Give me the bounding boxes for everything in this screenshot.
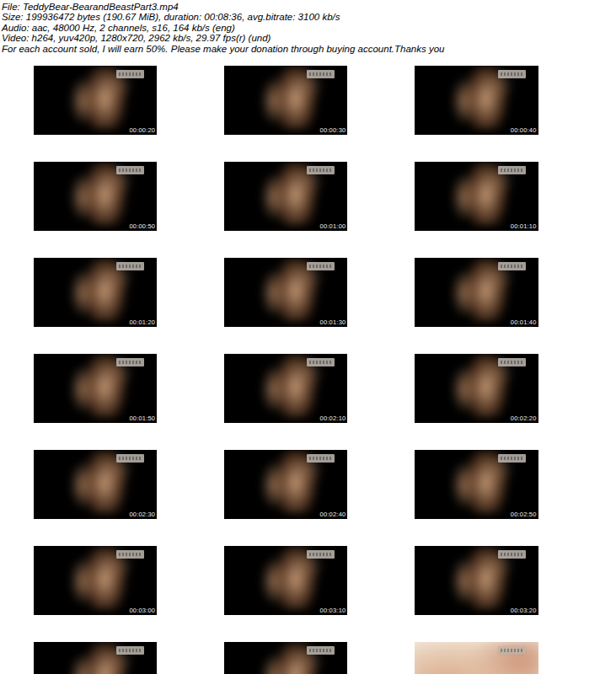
watermark-badge: [498, 550, 526, 559]
video-thumbnail: 00:01:10: [415, 162, 538, 231]
timestamp-overlay: 00:01:30: [320, 319, 346, 326]
watermark-badge: [498, 358, 526, 366]
watermark-badge: [116, 646, 144, 655]
watermark-badge: [307, 166, 335, 174]
timestamp-overlay: 00:02:50: [511, 511, 537, 518]
watermark-badge: [498, 166, 526, 174]
video-thumbnail: 00:01:20: [34, 258, 157, 327]
watermark-badge: [116, 70, 144, 78]
video-thumbnail: 00:01:40: [415, 258, 538, 327]
timestamp-overlay: 00:02:40: [320, 511, 346, 518]
timestamp-overlay: 00:01:40: [511, 319, 537, 326]
watermark-badge: [116, 262, 144, 270]
video-thumbnail: 00:01:50: [34, 354, 157, 423]
video-thumbnail: 00:03:10: [224, 546, 347, 615]
watermark-badge: [307, 646, 335, 655]
timestamp-overlay: 00:01:10: [511, 223, 537, 230]
watermark-badge: [307, 454, 335, 463]
video-thumbnail: 00:01:30: [224, 258, 347, 327]
timestamp-overlay: 00:00:30: [320, 127, 346, 134]
watermark-badge: [116, 166, 144, 174]
video-thumbnail: 00:00:50: [34, 162, 157, 231]
timestamp-overlay: 00:00:50: [129, 223, 155, 230]
timestamp-overlay: 00:00:40: [511, 127, 537, 134]
timestamp-overlay: 00:01:20: [129, 319, 155, 326]
watermark-badge: [116, 358, 144, 366]
watermark-badge: [307, 358, 335, 366]
timestamp-overlay: 00:02:30: [129, 511, 155, 518]
video-thumbnail: 00:02:40: [224, 450, 347, 519]
timestamp-overlay: 00:01:00: [320, 223, 346, 230]
file-name-line: File: TeddyBear-BearandBeastPart3.mp4: [2, 2, 616, 12]
timestamp-overlay: 00:03:20: [511, 607, 537, 614]
timestamp-overlay: 00:02:20: [511, 415, 537, 422]
video-thumbnail: 00:00:20: [34, 66, 157, 135]
video-info-line: Video: h264, yuv420p, 1280x720, 2962 kb/…: [2, 33, 616, 43]
video-thumbnail: 00:02:50: [415, 450, 538, 519]
video-thumbnail: 00:03:20: [415, 546, 538, 615]
timestamp-overlay: 00:03:10: [320, 607, 346, 614]
video-thumbnail: 00:00:30: [224, 66, 347, 135]
watermark-badge: [116, 550, 144, 559]
video-thumbnail: 00:02:20: [415, 354, 538, 423]
file-metadata-header: File: TeddyBear-BearandBeastPart3.mp4 Si…: [0, 0, 616, 52]
watermark-badge: [498, 454, 526, 463]
timestamp-overlay: 00:03:00: [129, 607, 155, 614]
watermark-badge: [307, 70, 335, 78]
video-thumbnail: 00:03:30: [34, 642, 157, 674]
watermark-badge: [116, 454, 144, 463]
video-thumbnail: 00:02:30: [34, 450, 157, 519]
video-thumbnail: 00:02:10: [224, 354, 347, 423]
file-size-line: Size: 199936472 bytes (190.67 MiB), dura…: [2, 12, 616, 22]
watermark-badge: [307, 262, 335, 270]
video-thumbnail: 00:03:00: [34, 546, 157, 615]
video-thumbnail: 00:00:40: [415, 66, 538, 135]
video-thumbnail: 00:03:50: [224, 642, 347, 674]
watermark-badge: [498, 70, 526, 78]
timestamp-overlay: 00:02:10: [320, 415, 346, 422]
timestamp-overlay: 00:00:20: [129, 127, 155, 134]
video-thumbnail: 00:03:55: [415, 642, 538, 674]
timestamp-overlay: 00:01:50: [129, 415, 155, 422]
audio-info-line: Audio: aac, 48000 Hz, 2 channels, s16, 1…: [2, 23, 616, 33]
watermark-badge: [498, 646, 526, 655]
video-thumbnail: 00:01:00: [224, 162, 347, 231]
watermark-badge: [498, 262, 526, 270]
thumbnail-contact-sheet: 00:00:20 00:00:30 00:00:40 00:00:50 00:0…: [0, 52, 616, 674]
watermark-badge: [307, 550, 335, 559]
